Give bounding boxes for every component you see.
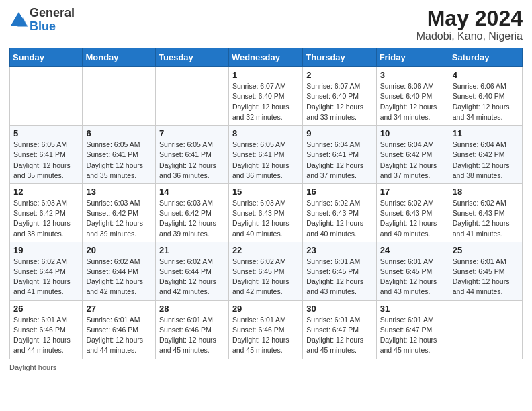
day-info: Sunrise: 6:01 AM Sunset: 6:45 PM Dayligh… [453,257,519,298]
day-info: Sunrise: 6:01 AM Sunset: 6:46 PM Dayligh… [232,315,299,356]
day-info: Sunrise: 6:02 AM Sunset: 6:45 PM Dayligh… [232,257,299,298]
col-tuesday: Tuesday [156,48,229,67]
day-info: Sunrise: 6:05 AM Sunset: 6:41 PM Dayligh… [232,140,299,181]
logo-blue-text: Blue [30,20,75,34]
table-row: 28Sunrise: 6:01 AM Sunset: 6:46 PM Dayli… [156,300,229,359]
day-number: 9 [306,128,372,138]
table-row: 10Sunrise: 6:04 AM Sunset: 6:42 PM Dayli… [376,126,449,184]
calendar-week-row: 26Sunrise: 6:01 AM Sunset: 6:46 PM Dayli… [10,300,523,359]
table-row: 22Sunrise: 6:02 AM Sunset: 6:45 PM Dayli… [228,242,302,300]
day-number: 29 [232,304,299,314]
day-number: 6 [86,128,152,138]
table-row: 1Sunrise: 6:07 AM Sunset: 6:40 PM Daylig… [228,67,302,126]
day-number: 16 [306,187,372,197]
day-number: 22 [232,245,299,255]
day-number: 23 [306,245,372,255]
table-row: 26Sunrise: 6:01 AM Sunset: 6:46 PM Dayli… [10,300,83,359]
day-number: 12 [13,187,79,197]
day-info: Sunrise: 6:01 AM Sunset: 6:46 PM Dayligh… [86,315,152,356]
table-row: 7Sunrise: 6:05 AM Sunset: 6:41 PM Daylig… [156,126,229,184]
page: General Blue May 2024 Madobi, Kano, Nige… [0,0,532,411]
day-info: Sunrise: 6:02 AM Sunset: 6:43 PM Dayligh… [453,198,519,239]
day-number: 10 [380,128,445,138]
day-info: Sunrise: 6:05 AM Sunset: 6:41 PM Dayligh… [86,140,152,181]
table-row: 8Sunrise: 6:05 AM Sunset: 6:41 PM Daylig… [228,126,302,184]
day-info: Sunrise: 6:04 AM Sunset: 6:41 PM Dayligh… [306,140,372,181]
day-number: 4 [453,70,519,80]
title-block: May 2024 Madobi, Kano, Nigeria [416,7,523,42]
day-number: 17 [380,187,445,197]
logo: General Blue [9,7,75,34]
day-info: Sunrise: 6:01 AM Sunset: 6:45 PM Dayligh… [380,257,445,298]
day-info: Sunrise: 6:03 AM Sunset: 6:42 PM Dayligh… [159,198,225,239]
day-number: 8 [232,128,299,138]
logo-general-text: General [30,7,75,20]
logo-text: General Blue [30,7,75,34]
table-row: 23Sunrise: 6:01 AM Sunset: 6:45 PM Dayli… [303,242,376,300]
table-row: 3Sunrise: 6:06 AM Sunset: 6:40 PM Daylig… [376,67,449,126]
table-row: 15Sunrise: 6:03 AM Sunset: 6:43 PM Dayli… [228,183,302,242]
day-number: 26 [13,304,79,314]
footer-note: Daylight hours [9,363,523,371]
day-info: Sunrise: 6:04 AM Sunset: 6:42 PM Dayligh… [453,140,519,181]
calendar-week-row: 1Sunrise: 6:07 AM Sunset: 6:40 PM Daylig… [10,67,523,126]
table-row [10,67,83,126]
table-row: 6Sunrise: 6:05 AM Sunset: 6:41 PM Daylig… [83,126,156,184]
day-number: 19 [13,245,79,255]
day-number: 30 [306,304,372,314]
calendar-week-row: 19Sunrise: 6:02 AM Sunset: 6:44 PM Dayli… [10,242,523,300]
table-row: 30Sunrise: 6:01 AM Sunset: 6:47 PM Dayli… [303,300,376,359]
day-info: Sunrise: 6:02 AM Sunset: 6:43 PM Dayligh… [380,198,445,239]
day-info: Sunrise: 6:03 AM Sunset: 6:42 PM Dayligh… [13,198,79,239]
table-row [156,67,229,126]
table-row: 16Sunrise: 6:02 AM Sunset: 6:43 PM Dayli… [303,183,376,242]
calendar-week-row: 12Sunrise: 6:03 AM Sunset: 6:42 PM Dayli… [10,183,523,242]
title-location: Madobi, Kano, Nigeria [416,30,523,42]
day-number: 14 [159,187,225,197]
day-number: 31 [380,304,445,314]
day-info: Sunrise: 6:05 AM Sunset: 6:41 PM Dayligh… [159,140,225,181]
title-month: May 2024 [416,7,523,30]
day-info: Sunrise: 6:06 AM Sunset: 6:40 PM Dayligh… [380,81,445,122]
day-info: Sunrise: 6:02 AM Sunset: 6:44 PM Dayligh… [86,257,152,298]
day-info: Sunrise: 6:02 AM Sunset: 6:44 PM Dayligh… [159,257,225,298]
day-info: Sunrise: 6:01 AM Sunset: 6:45 PM Dayligh… [306,257,372,298]
day-number: 21 [159,245,225,255]
day-info: Sunrise: 6:04 AM Sunset: 6:42 PM Dayligh… [380,140,445,181]
col-thursday: Thursday [303,48,376,67]
day-info: Sunrise: 6:01 AM Sunset: 6:46 PM Dayligh… [13,315,79,356]
day-info: Sunrise: 6:07 AM Sunset: 6:40 PM Dayligh… [232,81,299,122]
calendar-table: Sunday Monday Tuesday Wednesday Thursday… [9,48,523,359]
table-row: 18Sunrise: 6:02 AM Sunset: 6:43 PM Dayli… [449,183,522,242]
day-info: Sunrise: 6:06 AM Sunset: 6:40 PM Dayligh… [453,81,519,122]
day-number: 1 [232,70,299,80]
table-row: 12Sunrise: 6:03 AM Sunset: 6:42 PM Dayli… [10,183,83,242]
header: General Blue May 2024 Madobi, Kano, Nige… [9,7,523,42]
day-info: Sunrise: 6:02 AM Sunset: 6:44 PM Dayligh… [13,257,79,298]
table-row: 31Sunrise: 6:01 AM Sunset: 6:47 PM Dayli… [376,300,449,359]
table-row: 24Sunrise: 6:01 AM Sunset: 6:45 PM Dayli… [376,242,449,300]
table-row: 17Sunrise: 6:02 AM Sunset: 6:43 PM Dayli… [376,183,449,242]
day-number: 18 [453,187,519,197]
col-monday: Monday [83,48,156,67]
day-number: 15 [232,187,299,197]
table-row: 29Sunrise: 6:01 AM Sunset: 6:46 PM Dayli… [228,300,302,359]
table-row: 14Sunrise: 6:03 AM Sunset: 6:42 PM Dayli… [156,183,229,242]
day-number: 11 [453,128,519,138]
table-row: 5Sunrise: 6:05 AM Sunset: 6:41 PM Daylig… [10,126,83,184]
table-row: 9Sunrise: 6:04 AM Sunset: 6:41 PM Daylig… [303,126,376,184]
table-row: 25Sunrise: 6:01 AM Sunset: 6:45 PM Dayli… [449,242,522,300]
day-info: Sunrise: 6:01 AM Sunset: 6:47 PM Dayligh… [306,315,372,356]
day-info: Sunrise: 6:03 AM Sunset: 6:42 PM Dayligh… [86,198,152,239]
day-number: 2 [306,70,372,80]
calendar-header-row: Sunday Monday Tuesday Wednesday Thursday… [10,48,523,67]
table-row: 20Sunrise: 6:02 AM Sunset: 6:44 PM Dayli… [83,242,156,300]
table-row [83,67,156,126]
day-number: 7 [159,128,225,138]
day-number: 24 [380,245,445,255]
table-row [449,300,522,359]
col-wednesday: Wednesday [228,48,302,67]
col-friday: Friday [376,48,449,67]
daylight-hours-label: Daylight hours [9,363,56,371]
day-number: 27 [86,304,152,314]
